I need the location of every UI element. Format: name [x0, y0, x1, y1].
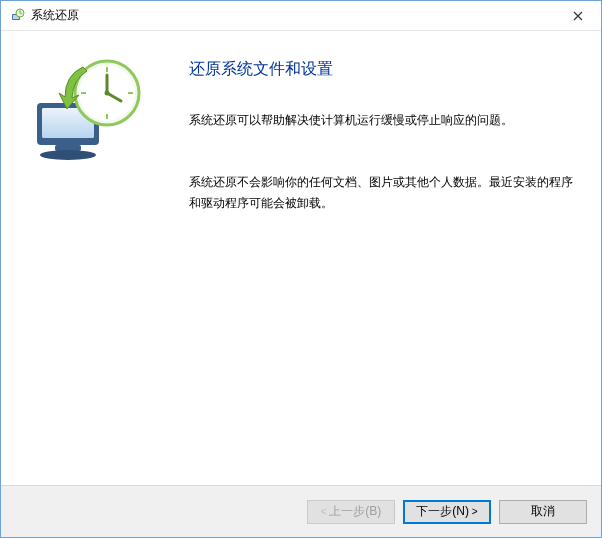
chevron-left-icon: < [321, 506, 330, 517]
intro-paragraph-2: 系统还原不会影响你的任何文档、图片或其他个人数据。最近安装的程序和驱动程序可能会… [189, 172, 577, 213]
wizard-footer: < 上一步(B) 下一步(N) > 取消 [1, 485, 601, 537]
svg-point-7 [40, 150, 96, 160]
illustration-column [25, 49, 185, 475]
system-restore-icon [9, 8, 25, 24]
next-button-label: 下一步(N) [416, 503, 469, 520]
close-button[interactable] [555, 1, 601, 31]
intro-paragraph-1: 系统还原可以帮助解决使计算机运行缓慢或停止响应的问题。 [189, 110, 577, 130]
system-restore-window: 系统还原 [0, 0, 602, 538]
content-area: 还原系统文件和设置 系统还原可以帮助解决使计算机运行缓慢或停止响应的问题。 系统… [1, 31, 601, 485]
back-button-label: 上一步(B) [329, 503, 381, 520]
page-heading: 还原系统文件和设置 [189, 59, 577, 80]
titlebar: 系统还原 [1, 1, 601, 31]
text-column: 还原系统文件和设置 系统还原可以帮助解决使计算机运行缓慢或停止响应的问题。 系统… [185, 49, 577, 475]
cancel-button[interactable]: 取消 [499, 500, 587, 524]
svg-point-16 [105, 91, 110, 96]
system-restore-illustration-icon [25, 55, 155, 165]
chevron-right-icon: > [469, 506, 478, 517]
close-icon [573, 8, 583, 24]
back-button: < 上一步(B) [307, 500, 395, 524]
window-title: 系统还原 [31, 7, 555, 24]
next-button[interactable]: 下一步(N) > [403, 500, 491, 524]
cancel-button-label: 取消 [531, 503, 555, 520]
